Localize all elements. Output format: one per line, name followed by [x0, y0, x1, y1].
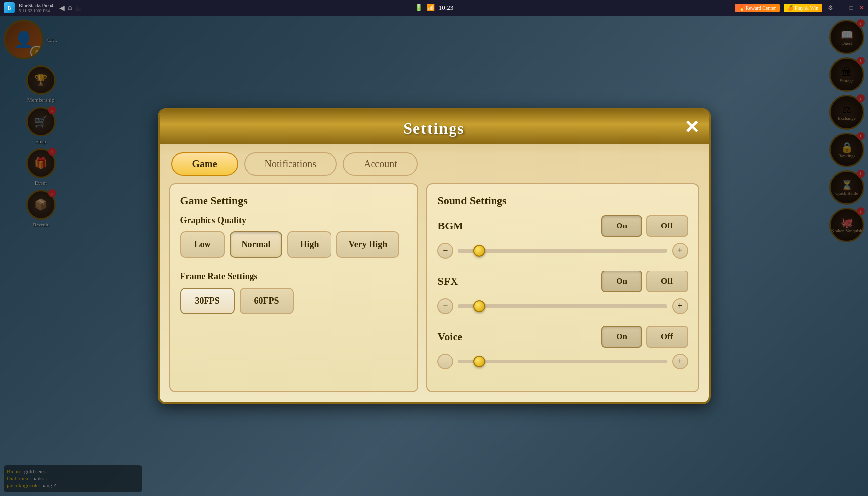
sound-settings-title: Sound Settings	[437, 194, 688, 207]
bgm-slider: − +	[437, 243, 688, 259]
tab-account[interactable]: Account	[343, 152, 418, 176]
play-win-button[interactable]: 🍊 Play & Win	[784, 4, 822, 12]
bluestacks-logo: B BlueStacks Pie64 5.11.62.1002 P64	[4, 2, 53, 13]
bgm-header: BGM On Off	[437, 215, 688, 237]
fps-settings-title: Frame Rate Settings	[180, 271, 408, 282]
voice-on-button[interactable]: On	[601, 326, 642, 348]
voice-decrease-button[interactable]: −	[437, 354, 453, 369]
voice-label: Voice	[437, 330, 462, 343]
voice-increase-button[interactable]: +	[672, 354, 688, 369]
game-settings-title: Game Settings	[180, 194, 408, 207]
bs-nav-icons: ◀ ⌂ ▦	[59, 4, 81, 12]
fps-buttons-group: 30FPS 60FPS	[180, 288, 408, 314]
voice-section: Voice On Off − +	[437, 326, 688, 369]
sfx-section: SFX On Off − +	[437, 271, 688, 314]
voice-slider-track[interactable]	[458, 360, 667, 363]
bgm-slider-track[interactable]	[458, 249, 667, 253]
bgm-section: BGM On Off − +	[437, 215, 688, 259]
settings-icon[interactable]: ⚙	[828, 4, 833, 12]
quality-very-high-button[interactable]: Very High	[336, 231, 399, 258]
home-icon[interactable]: ⌂	[68, 4, 72, 12]
app-name: BlueStacks Pie64	[19, 3, 53, 8]
voice-toggle-group: On Off	[601, 326, 688, 348]
sfx-slider: − +	[437, 298, 688, 314]
sound-settings-panel: Sound Settings BGM On Off −	[426, 183, 699, 392]
modal-close-button[interactable]	[684, 118, 699, 136]
back-icon[interactable]: ◀	[59, 4, 65, 12]
reward-center-button[interactable]: 🔥 Reward Center	[735, 4, 780, 12]
quality-high-button[interactable]: High	[287, 231, 331, 258]
bgm-off-button[interactable]: Off	[646, 215, 688, 237]
apps-icon[interactable]: ▦	[75, 4, 82, 12]
bluestacks-bar: B BlueStacks Pie64 5.11.62.1002 P64 ◀ ⌂ …	[0, 0, 868, 16]
bgm-on-button[interactable]: On	[601, 215, 642, 237]
bgm-decrease-button[interactable]: −	[437, 243, 453, 259]
game-ui: 👤 8 Cr... 🏆 Membership 🛒 i Shop 🎁 i Even…	[0, 16, 868, 496]
sfx-toggle-group: On Off	[601, 271, 688, 292]
tab-notifications[interactable]: Notifications	[244, 152, 337, 176]
fps-30-button[interactable]: 30FPS	[180, 288, 235, 314]
modal-body: Game Settings Graphics Quality Low Norma…	[160, 176, 709, 402]
voice-off-button[interactable]: Off	[646, 326, 688, 348]
close-button[interactable]: ✕	[859, 4, 864, 12]
bgm-label: BGM	[437, 220, 463, 232]
quality-low-button[interactable]: Low	[180, 231, 225, 258]
quality-normal-button[interactable]: Normal	[230, 231, 283, 258]
sfx-slider-thumb[interactable]	[473, 300, 485, 312]
sfx-slider-track[interactable]	[458, 304, 667, 308]
sfx-on-button[interactable]: On	[601, 271, 642, 292]
system-time: 🔋 📶 10:23	[415, 4, 454, 12]
modal-overlay: Settings Game Notifications Account Game…	[0, 16, 868, 496]
tab-game[interactable]: Game	[171, 152, 238, 176]
voice-header: Voice On Off	[437, 326, 688, 348]
settings-modal: Settings Game Notifications Account Game…	[158, 108, 711, 404]
voice-slider: − +	[437, 354, 688, 369]
graphics-quality-title: Graphics Quality	[180, 215, 408, 225]
sfx-decrease-button[interactable]: −	[437, 298, 453, 314]
bgm-slider-thumb[interactable]	[473, 245, 485, 257]
modal-title: Settings	[403, 119, 464, 137]
modal-tabs: Game Notifications Account	[160, 144, 709, 176]
sfx-off-button[interactable]: Off	[646, 271, 688, 292]
quality-buttons-group: Low Normal High Very High	[180, 231, 408, 258]
bluestacks-icon: B	[4, 2, 15, 13]
app-version: 5.11.62.1002 P64	[19, 8, 53, 13]
sfx-increase-button[interactable]: +	[672, 298, 688, 314]
fps-60-button[interactable]: 60FPS	[240, 288, 294, 314]
game-settings-panel: Game Settings Graphics Quality Low Norma…	[169, 183, 419, 392]
bs-right-controls: 🔥 Reward Center 🍊 Play & Win ⚙ ─ □ ✕	[735, 4, 864, 12]
voice-slider-thumb[interactable]	[473, 356, 485, 367]
sfx-label: SFX	[437, 275, 458, 288]
bgm-toggle-group: On Off	[601, 215, 688, 237]
bgm-increase-button[interactable]: +	[672, 243, 688, 259]
modal-header: Settings	[160, 110, 709, 144]
maximize-button[interactable]: □	[850, 4, 853, 12]
minimize-button[interactable]: ─	[839, 4, 844, 12]
sfx-header: SFX On Off	[437, 271, 688, 292]
